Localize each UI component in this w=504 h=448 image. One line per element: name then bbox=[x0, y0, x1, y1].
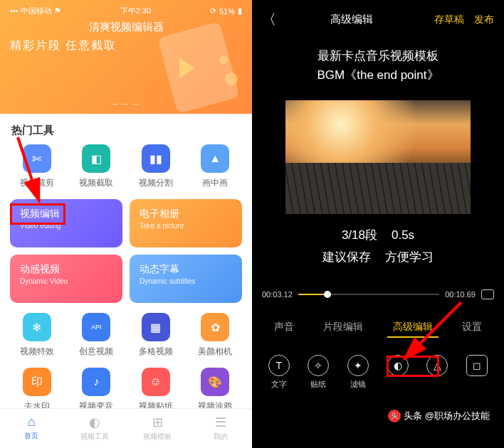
card-title-en: Take a picture bbox=[140, 222, 232, 230]
deco-circle bbox=[225, 73, 238, 85]
hero-banner: ••• 中国移动 ⚑ 下午2:30 ⟳ 51% ▮ 清爽视频编辑器 精彩片段 任… bbox=[0, 0, 252, 114]
card-video-editing[interactable]: 视频编辑Video editing bbox=[10, 199, 122, 247]
nav-home-icon[interactable]: ⌂首页 bbox=[0, 409, 63, 448]
nav-profile-icon[interactable]: ☰我的 bbox=[189, 409, 253, 448]
nav-label: 我的 bbox=[189, 432, 253, 442]
adjust-icon: ◐ bbox=[387, 355, 409, 376]
editor-title: 高级编辑 bbox=[276, 13, 427, 26]
nav-template-icon[interactable]: ⊞视频模板 bbox=[126, 409, 189, 448]
template-headline: 最新卡点音乐视频模板 BGM《the end point》 bbox=[252, 39, 504, 96]
edit-tool-sticker-tool-icon[interactable]: ✧贴纸 bbox=[308, 355, 329, 390]
card-title-cn: 动感视频 bbox=[20, 263, 112, 276]
watermark-icon: 印 bbox=[23, 368, 51, 396]
save-draft-button[interactable]: 存草稿 bbox=[434, 14, 464, 25]
card-take-a-picture[interactable]: 电子相册Take a picture bbox=[130, 199, 242, 247]
split-icon: ▮▮ bbox=[142, 144, 170, 173]
editor-header: 〈 高级编辑 存草稿 发布 bbox=[252, 0, 504, 39]
template-icon: ⊞ bbox=[126, 415, 189, 430]
time-total: 00:10.69 bbox=[445, 290, 476, 299]
edit-toolbar: T文字✧贴纸✦滤镜◐△◻ bbox=[252, 348, 504, 397]
edit-tool-filter-icon[interactable]: ✦滤镜 bbox=[347, 355, 369, 390]
effect-icon: △ bbox=[426, 355, 448, 376]
card-dynamic-subtitles[interactable]: 动态字幕Dynamic subtitles bbox=[130, 255, 242, 303]
profile-icon: ☰ bbox=[189, 415, 253, 430]
time-current: 00:03.12 bbox=[262, 290, 293, 299]
tool-split-icon[interactable]: ▮▮视频分割 bbox=[126, 144, 186, 189]
beauty-icon: ✿ bbox=[201, 313, 229, 341]
edit-tool-adjust-icon[interactable]: ◐ bbox=[387, 355, 409, 390]
nav-label: 首页 bbox=[0, 431, 63, 441]
edit-tool-label: 贴纸 bbox=[308, 379, 329, 390]
tool-label: 美颜相机 bbox=[186, 346, 246, 358]
back-button[interactable]: 〈 bbox=[262, 10, 276, 29]
fullscreen-icon[interactable] bbox=[481, 289, 494, 299]
edit-tool-text-icon[interactable]: T文字 bbox=[268, 355, 290, 390]
timeline[interactable]: 00:03.12 00:10.69 bbox=[252, 268, 504, 311]
tool-grid-2: ❄视频特效API创意视频▦多格视频✿美颜相机 bbox=[0, 313, 252, 368]
tool-watermark-icon[interactable]: 印去水印 bbox=[7, 368, 67, 412]
tab-设置[interactable]: 设置 bbox=[456, 318, 488, 338]
tool-label: 画中画 bbox=[186, 177, 246, 189]
fx-icon: ❄ bbox=[23, 313, 51, 341]
pip-icon: ▲ bbox=[201, 144, 229, 173]
tool-beauty-icon[interactable]: ✿美颜相机 bbox=[186, 313, 246, 358]
timeline-track[interactable] bbox=[298, 294, 439, 295]
right-phone-screen: 〈 高级编辑 存草稿 发布 最新卡点音乐视频模板 BGM《the end poi… bbox=[252, 0, 504, 448]
tool-fx-icon[interactable]: ❄视频特效 bbox=[7, 313, 67, 358]
toutiao-logo-icon: 头 bbox=[388, 410, 401, 422]
edit-tool-effect-icon[interactable]: △ bbox=[426, 355, 448, 390]
tool-doodle-icon[interactable]: 🎨视频涂鸦 bbox=[186, 368, 246, 412]
voice-icon: ♪ bbox=[82, 368, 110, 396]
video-preview[interactable] bbox=[285, 100, 471, 214]
card-title-cn: 视频编辑 bbox=[20, 208, 112, 220]
cut-icon: ✄ bbox=[23, 144, 51, 173]
crop-icon: ◻ bbox=[466, 355, 488, 376]
filter-icon: ✦ bbox=[347, 355, 369, 376]
nav-label: 视频模板 bbox=[126, 432, 189, 442]
left-phone-screen: ••• 中国移动 ⚑ 下午2:30 ⟳ 51% ▮ 清爽视频编辑器 精彩片段 任… bbox=[0, 0, 252, 448]
text-icon: T bbox=[268, 355, 290, 376]
card-title-en: Dynamic Video bbox=[20, 277, 112, 285]
tool-label: 视频特效 bbox=[7, 346, 67, 358]
tools-nav-icon: ◐ bbox=[63, 415, 127, 430]
tool-api-icon[interactable]: API创意视频 bbox=[67, 313, 127, 358]
card-title-en: Dynamic subtitles bbox=[140, 277, 232, 285]
nav-label: 视频工具 bbox=[63, 432, 127, 442]
grid-icon: ▦ bbox=[142, 313, 170, 341]
card-dynamic-video[interactable]: 动感视频Dynamic Video bbox=[10, 255, 122, 303]
edit-tool-label: 文字 bbox=[268, 379, 290, 390]
publish-button[interactable]: 发布 bbox=[474, 14, 494, 25]
tool-grid-1: ✄视频裁剪◧视频截取▮▮视频分割▲画中画 bbox=[0, 144, 252, 199]
tool-label: 视频裁剪 bbox=[7, 177, 67, 189]
tab-高级编辑[interactable]: 高级编辑 bbox=[387, 318, 439, 338]
tool-voice-icon[interactable]: ♪视频变音 bbox=[67, 368, 127, 412]
tool-sticker-icon[interactable]: ☺视频贴纸 bbox=[126, 368, 186, 412]
api-icon: API bbox=[82, 313, 110, 341]
section-hot-tools: 热门工具 bbox=[0, 114, 252, 144]
tool-grid-icon[interactable]: ▦多格视频 bbox=[126, 313, 186, 358]
card-title-cn: 动态字幕 bbox=[140, 263, 232, 276]
save-hint: 建议保存方便学习 bbox=[252, 246, 504, 268]
editor-tabs: 声音片段编辑高级编辑设置 bbox=[252, 311, 504, 348]
tool-label: 多格视频 bbox=[126, 346, 186, 358]
edit-tool-crop-icon[interactable]: ◻ bbox=[466, 355, 488, 390]
page-indicator: — — — bbox=[0, 96, 252, 111]
bottom-nav: ⌂首页◐视频工具⊞视频模板☰我的 bbox=[0, 408, 252, 448]
capture-icon: ◧ bbox=[82, 144, 110, 173]
tool-label: 视频截取 bbox=[67, 177, 127, 189]
nav-tools-nav-icon[interactable]: ◐视频工具 bbox=[63, 409, 127, 448]
tool-pip-icon[interactable]: ▲画中画 bbox=[186, 144, 246, 189]
tab-片段编辑[interactable]: 片段编辑 bbox=[317, 318, 369, 338]
sticker-icon: ☺ bbox=[142, 368, 170, 396]
deco-circle bbox=[219, 55, 228, 64]
sticker-tool-icon: ✧ bbox=[308, 355, 329, 376]
play-icon bbox=[179, 58, 195, 78]
doodle-icon: 🎨 bbox=[201, 368, 229, 396]
edit-tool-label: 滤镜 bbox=[347, 379, 369, 390]
feature-cards: 视频编辑Video editing电子相册Take a picture动感视频D… bbox=[0, 199, 252, 313]
tool-cut-icon[interactable]: ✄视频裁剪 bbox=[7, 144, 67, 189]
timeline-knob[interactable] bbox=[324, 291, 331, 298]
tool-capture-icon[interactable]: ◧视频截取 bbox=[67, 144, 127, 189]
card-title-cn: 电子相册 bbox=[140, 208, 232, 220]
tab-声音[interactable]: 声音 bbox=[268, 318, 300, 338]
